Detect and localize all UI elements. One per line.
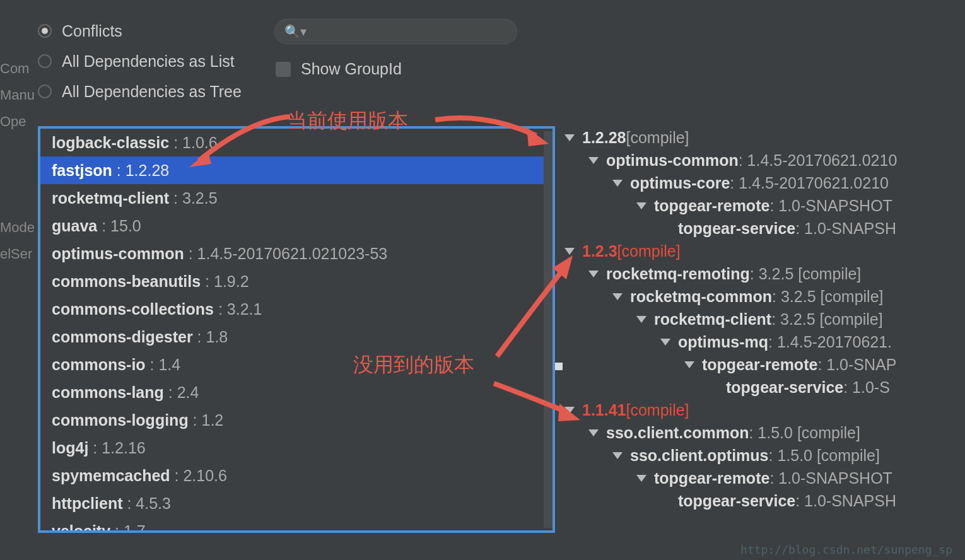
tree-row[interactable]: topgear-remote : 1.0-SNAP	[564, 353, 965, 376]
chevron-down-icon	[564, 407, 575, 414]
dep-name: httpclient	[52, 494, 123, 512]
list-item[interactable]: httpclient : 4.5.3	[40, 489, 553, 517]
list-item[interactable]: commons-digester : 1.8	[40, 323, 553, 351]
tree-node-name: 1.2.28	[582, 126, 626, 149]
tree-node-name: optimus-core	[630, 172, 730, 194]
radio-icon	[38, 85, 52, 98]
tree-node-suffix: : 1.4.5-20170621.0210	[739, 149, 898, 172]
show-groupid-label: Show GroupId	[301, 60, 402, 78]
tree-node-suffix: [compile]	[617, 240, 681, 262]
list-item[interactable]: spymemcached : 2.10.6	[40, 462, 553, 489]
radio-option[interactable]: All Dependencies as List	[38, 46, 242, 76]
radio-label: All Dependencies as Tree	[62, 83, 242, 101]
tree-node-name: rocketmq-common	[630, 285, 772, 308]
tree-row[interactable]: rocketmq-common : 3.2.5 [compile]	[564, 285, 965, 308]
tree-node-name: topgear-remote	[654, 194, 769, 217]
tree-node-suffix: [compile]	[626, 126, 689, 149]
dep-name: guava	[52, 217, 97, 235]
list-item[interactable]: fastjson : 1.2.28	[40, 156, 553, 184]
dep-version: : 1.2.28	[112, 161, 169, 179]
tree-node-suffix: : 3.2.5 [compile]	[771, 308, 882, 330]
radio-label: Conflicts	[62, 22, 122, 40]
tree-row[interactable]: optimus-mq : 1.4.5-20170621.	[564, 330, 965, 353]
tree-node-name: topgear-service	[678, 217, 795, 240]
list-item[interactable]: rocketmq-client : 3.2.5	[40, 184, 553, 212]
list-item[interactable]: commons-lang : 2.4	[40, 378, 553, 406]
tree-row[interactable]: optimus-common : 1.4.5-20170621.0210	[564, 149, 965, 172]
show-groupid-row[interactable]: Show GroupId	[276, 60, 402, 78]
dep-name: spymemcached	[52, 467, 170, 484]
tree-row[interactable]: topgear-service : 1.0-SNAPSH	[564, 489, 965, 512]
dep-name: commons-beanutils	[52, 272, 201, 290]
tree-row[interactable]: rocketmq-client : 3.2.5 [compile]	[564, 308, 965, 330]
dep-version: : 2.10.6	[170, 467, 227, 484]
dep-name: velocity	[52, 522, 110, 533]
tree-node-name: sso.client.common	[606, 421, 749, 444]
dep-version: : 1.7	[110, 522, 146, 533]
dep-name: logback-classic	[52, 134, 169, 151]
tree-node-suffix: : 3.2.5 [compile]	[772, 285, 883, 308]
search-input[interactable]: 🔍▾	[274, 19, 517, 44]
list-item[interactable]: guava : 15.0	[40, 212, 553, 240]
dep-version: : 3.2.5	[169, 189, 217, 207]
dep-version: : 4.5.3	[123, 494, 171, 512]
dep-version: : 1.2	[189, 411, 224, 429]
tree-node-suffix: : 1.4.5-20170621.	[768, 330, 892, 353]
list-item[interactable]: commons-io : 1.4	[40, 351, 553, 378]
chevron-down-icon	[636, 202, 646, 209]
dep-name: rocketmq-client	[52, 189, 169, 207]
dependency-tree-panel[interactable]: 1.2.28 [compile]optimus-common : 1.4.5-2…	[564, 126, 965, 533]
tree-row[interactable]: rocketmq-remoting : 3.2.5 [compile]	[564, 262, 965, 285]
list-item[interactable]: commons-beanutils : 1.9.2	[40, 267, 553, 295]
tree-row[interactable]: 1.2.28 [compile]	[564, 126, 965, 149]
dep-version: : 1.4	[146, 356, 181, 373]
annotation-current-version: 当前使用版本	[287, 107, 408, 135]
tree-row[interactable]: 1.1.41 [compile]	[564, 399, 965, 421]
tree-row[interactable]: topgear-service : 1.0-SNAPSH	[564, 217, 965, 240]
tree-row[interactable]: topgear-service : 1.0-S	[564, 376, 965, 399]
left-partial-text: ComManuOpe ModeelSer	[0, 60, 35, 272]
radio-option[interactable]: All Dependencies as Tree	[38, 76, 242, 107]
tree-node-suffix: : 1.4.5-20170621.0210	[730, 172, 889, 194]
list-item[interactable]: commons-logging : 1.2	[40, 406, 553, 434]
tree-node-suffix: : 1.5.0 [compile]	[768, 444, 879, 467]
tree-node-name: optimus-common	[606, 149, 739, 172]
tree-node-suffix: : 1.0-SNAPSHOT	[769, 194, 892, 217]
dep-name: optimus-common	[52, 245, 184, 262]
list-item[interactable]: commons-collections : 3.2.1	[40, 295, 553, 323]
tree-row[interactable]: sso.client.common : 1.5.0 [compile]	[564, 421, 965, 444]
tree-row[interactable]: 1.2.3 [compile]	[564, 240, 965, 262]
tree-row[interactable]: optimus-core : 1.4.5-20170621.0210	[564, 172, 965, 194]
list-item[interactable]: velocity : 1.7	[40, 517, 553, 533]
tree-row[interactable]: topgear-remote : 1.0-SNAPSHOT	[564, 467, 965, 489]
dep-name: commons-digester	[52, 328, 193, 346]
tree-node-suffix: [compile]	[626, 399, 689, 421]
divider-handle[interactable]	[555, 363, 563, 370]
chevron-down-icon	[564, 134, 575, 141]
tree-node-name: topgear-service	[726, 376, 843, 399]
tree-node-name: topgear-remote	[654, 467, 769, 489]
chevron-down-icon	[612, 452, 623, 459]
dependency-list[interactable]: logback-classic : 1.0.6fastjson : 1.2.28…	[38, 126, 555, 533]
scrollbar[interactable]	[544, 131, 553, 528]
watermark: http://blog.csdn.net/sunpeng_sp	[740, 543, 952, 556]
radio-icon	[38, 54, 52, 68]
dep-version: : 1.8	[193, 328, 228, 346]
annotation-unused-version: 没用到的版本	[353, 351, 474, 379]
list-item[interactable]: log4j : 1.2.16	[40, 434, 553, 462]
tree-row[interactable]: sso.client.optimus : 1.5.0 [compile]	[564, 444, 965, 467]
list-item[interactable]: optimus-common : 1.4.5-20170621.021023-5…	[40, 240, 553, 267]
dep-version: : 1.2.16	[88, 439, 145, 457]
tree-row[interactable]: topgear-remote : 1.0-SNAPSHOT	[564, 194, 965, 217]
radio-option[interactable]: Conflicts	[38, 16, 242, 46]
dep-version: : 1.4.5-20170621.021023-53	[184, 245, 388, 262]
chevron-down-icon	[612, 293, 623, 300]
chevron-down-icon	[588, 429, 599, 436]
tree-node-suffix: : 1.0-S	[843, 376, 890, 399]
chevron-down-icon	[588, 157, 599, 164]
dep-name: commons-collections	[52, 300, 214, 318]
chevron-down-icon	[612, 180, 623, 187]
tree-node-suffix: : 1.0-SNAP	[817, 353, 896, 376]
dep-version: : 3.2.1	[214, 300, 262, 318]
chevron-down-icon	[564, 248, 575, 255]
